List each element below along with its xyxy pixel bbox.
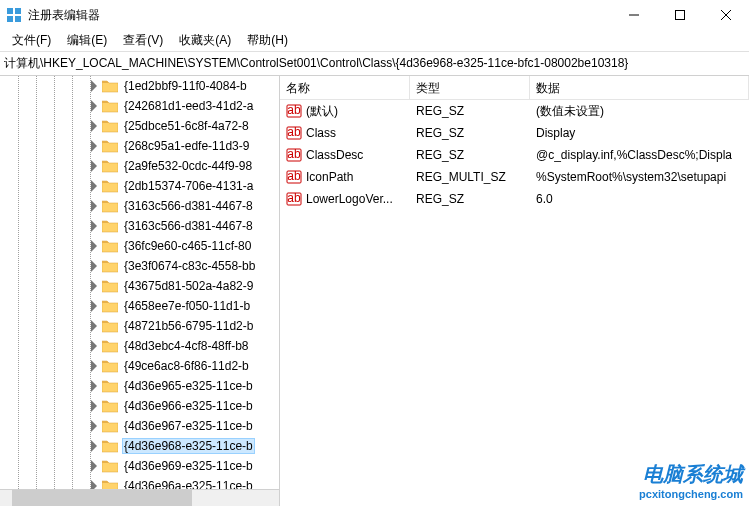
tree-item-label: {3163c566-d381-4467-8 (122, 198, 255, 214)
column-data[interactable]: 数据 (530, 76, 749, 99)
tree-item[interactable]: {2db15374-706e-4131-a (0, 176, 279, 196)
chevron-right-icon[interactable] (88, 120, 100, 132)
tree-item[interactable]: {49ce6ac8-6f86-11d2-b (0, 356, 279, 376)
folder-icon (102, 439, 118, 453)
chevron-right-icon[interactable] (88, 400, 100, 412)
chevron-right-icon[interactable] (88, 300, 100, 312)
tree-hscrollbar[interactable] (0, 489, 279, 506)
chevron-right-icon[interactable] (88, 160, 100, 172)
chevron-right-icon[interactable] (88, 200, 100, 212)
tree-item-label: {4d36e966-e325-11ce-b (122, 398, 255, 414)
value-type: REG_SZ (416, 104, 464, 118)
folder-icon (102, 419, 118, 433)
menu-item[interactable]: 收藏夹(A) (171, 30, 239, 51)
value-data: (数值未设置) (536, 103, 604, 120)
tree-item[interactable]: {48721b56-6795-11d2-b (0, 316, 279, 336)
chevron-right-icon[interactable] (88, 260, 100, 272)
column-type[interactable]: 类型 (410, 76, 530, 99)
tree-item[interactable]: {3163c566-d381-4467-8 (0, 216, 279, 236)
chevron-right-icon[interactable] (88, 320, 100, 332)
tree-item-label: {36fc9e60-c465-11cf-80 (122, 238, 253, 254)
svg-rect-3 (15, 16, 21, 22)
chevron-right-icon[interactable] (88, 220, 100, 232)
chevron-right-icon[interactable] (88, 480, 100, 489)
svg-text:ab: ab (287, 147, 301, 161)
folder-icon (102, 259, 118, 273)
list-pane: 名称 类型 数据 ab(默认)REG_SZ(数值未设置)abClassREG_S… (280, 76, 749, 506)
tree-item-label: {2db15374-706e-4131-a (122, 178, 255, 194)
tree-item[interactable]: {48d3ebc4-4cf8-48ff-b8 (0, 336, 279, 356)
svg-rect-5 (676, 11, 685, 20)
svg-text:ab: ab (287, 103, 301, 117)
tree-item[interactable]: {268c95a1-edfe-11d3-9 (0, 136, 279, 156)
folder-icon (102, 359, 118, 373)
tree-item-label: {268c95a1-edfe-11d3-9 (122, 138, 251, 154)
tree-item[interactable]: {25dbce51-6c8f-4a72-8 (0, 116, 279, 136)
tree-item[interactable]: {2a9fe532-0cdc-44f9-98 (0, 156, 279, 176)
tree-item[interactable]: {4d36e968-e325-11ce-b (0, 436, 279, 456)
tree-item-label: {1ed2bbf9-11f0-4084-b (122, 78, 249, 94)
tree-item[interactable]: {4d36e96a-e325-11ce-b (0, 476, 279, 489)
tree-item[interactable]: {4658ee7e-f050-11d1-b (0, 296, 279, 316)
menu-item[interactable]: 文件(F) (4, 30, 59, 51)
tree-item-label: {3163c566-d381-4467-8 (122, 218, 255, 234)
tree-item[interactable]: {1ed2bbf9-11f0-4084-b (0, 76, 279, 96)
tree-item[interactable]: {4d36e966-e325-11ce-b (0, 396, 279, 416)
close-button[interactable] (703, 0, 749, 30)
chevron-right-icon[interactable] (88, 360, 100, 372)
folder-icon (102, 79, 118, 93)
value-type: REG_SZ (416, 148, 464, 162)
chevron-right-icon[interactable] (88, 340, 100, 352)
minimize-button[interactable] (611, 0, 657, 30)
tree-item-label: {48721b56-6795-11d2-b (122, 318, 255, 334)
tree-item[interactable]: {4d36e969-e325-11ce-b (0, 456, 279, 476)
tree-item-label: {242681d1-eed3-41d2-a (122, 98, 255, 114)
string-value-icon: ab (286, 147, 302, 163)
chevron-right-icon[interactable] (88, 240, 100, 252)
list-row[interactable]: abClassDescREG_SZ@c_display.inf,%ClassDe… (280, 144, 749, 166)
tree-item-label: {25dbce51-6c8f-4a72-8 (122, 118, 251, 134)
list-row[interactable]: abLowerLogoVer...REG_SZ6.0 (280, 188, 749, 210)
tree-item[interactable]: {3163c566-d381-4467-8 (0, 196, 279, 216)
list-row[interactable]: ab(默认)REG_SZ(数值未设置) (280, 100, 749, 122)
string-value-icon: ab (286, 103, 302, 119)
chevron-right-icon[interactable] (88, 440, 100, 452)
list-row[interactable]: abIconPathREG_MULTI_SZ%SystemRoot%\syste… (280, 166, 749, 188)
folder-icon (102, 399, 118, 413)
value-name: (默认) (306, 103, 338, 120)
menu-item[interactable]: 编辑(E) (59, 30, 115, 51)
chevron-right-icon[interactable] (88, 460, 100, 472)
list-header: 名称 类型 数据 (280, 76, 749, 100)
tree-pane: {1ed2bbf9-11f0-4084-b{242681d1-eed3-41d2… (0, 76, 280, 506)
chevron-right-icon[interactable] (88, 140, 100, 152)
svg-rect-2 (7, 16, 13, 22)
tree-item[interactable]: {242681d1-eed3-41d2-a (0, 96, 279, 116)
maximize-button[interactable] (657, 0, 703, 30)
value-data: Display (536, 126, 575, 140)
tree-item[interactable]: {43675d81-502a-4a82-9 (0, 276, 279, 296)
chevron-right-icon[interactable] (88, 420, 100, 432)
chevron-right-icon[interactable] (88, 80, 100, 92)
tree-item[interactable]: {4d36e965-e325-11ce-b (0, 376, 279, 396)
menu-item[interactable]: 帮助(H) (239, 30, 296, 51)
tree-item-label: {48d3ebc4-4cf8-48ff-b8 (122, 338, 251, 354)
window-controls (611, 0, 749, 30)
tree-item-label: {4d36e965-e325-11ce-b (122, 378, 255, 394)
svg-text:ab: ab (287, 191, 301, 205)
list-row[interactable]: abClassREG_SZDisplay (280, 122, 749, 144)
folder-icon (102, 119, 118, 133)
chevron-right-icon[interactable] (88, 100, 100, 112)
column-name[interactable]: 名称 (280, 76, 410, 99)
tree-item[interactable]: {36fc9e60-c465-11cf-80 (0, 236, 279, 256)
tree-item[interactable]: {3e3f0674-c83c-4558-bb (0, 256, 279, 276)
menu-item[interactable]: 查看(V) (115, 30, 171, 51)
chevron-right-icon[interactable] (88, 180, 100, 192)
scrollbar-thumb[interactable] (12, 490, 192, 506)
window-title: 注册表编辑器 (28, 7, 611, 24)
tree-item[interactable]: {4d36e967-e325-11ce-b (0, 416, 279, 436)
chevron-right-icon[interactable] (88, 280, 100, 292)
chevron-right-icon[interactable] (88, 380, 100, 392)
folder-icon (102, 299, 118, 313)
addressbar[interactable]: 计算机\HKEY_LOCAL_MACHINE\SYSTEM\ControlSet… (0, 52, 749, 76)
tree-item-label: {4d36e967-e325-11ce-b (122, 418, 255, 434)
